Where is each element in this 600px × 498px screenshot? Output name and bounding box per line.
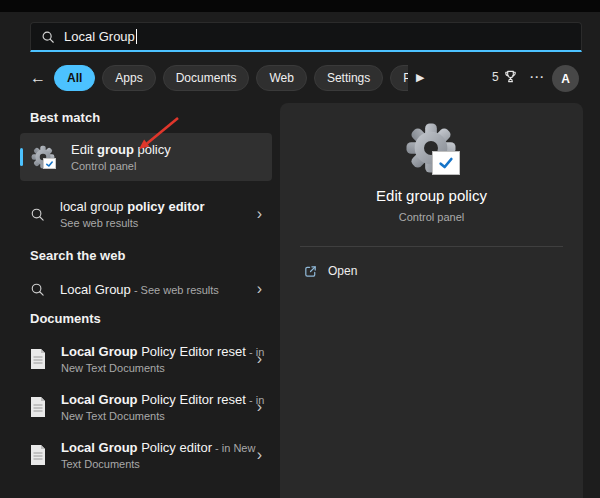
result-title: Edit group policy xyxy=(71,142,262,157)
trophy-icon xyxy=(503,69,518,84)
search-icon xyxy=(30,207,45,222)
tab-settings[interactable]: Settings xyxy=(314,65,383,91)
chevron-right-icon: › xyxy=(257,447,262,463)
result-title: Local Group Policy Editor reset - in xyxy=(61,344,251,359)
checkmark-badge-icon xyxy=(432,151,460,175)
group-policy-gear-icon xyxy=(30,144,56,170)
best-match-header: Best match xyxy=(30,110,100,125)
tab-web[interactable]: Web xyxy=(256,65,306,91)
document-texts: Local Group Policy Editor reset - in New… xyxy=(61,344,251,374)
tab-people[interactable]: People xyxy=(390,65,408,91)
chevron-right-icon: › xyxy=(257,399,262,415)
divider xyxy=(300,246,563,247)
more-options-button[interactable]: ⋯ xyxy=(529,68,545,86)
open-action[interactable]: Open xyxy=(292,255,571,287)
selection-indicator xyxy=(20,148,23,166)
chevron-right-icon: › xyxy=(257,281,262,297)
filter-pills: All Apps Documents Web Settings People F… xyxy=(54,64,408,92)
tab-all[interactable]: All xyxy=(54,65,95,91)
document-texts: Local Group Policy Editor reset - in New… xyxy=(61,392,251,422)
document-texts: Local Group Policy editor - in New Text … xyxy=(61,440,251,470)
avatar[interactable]: A xyxy=(552,65,579,92)
document-icon xyxy=(30,349,46,369)
web-search-result[interactable]: Local Group - See web results › xyxy=(20,274,272,304)
result-subtitle: See web results xyxy=(60,217,251,229)
search-box[interactable]: Local Group xyxy=(30,22,582,52)
rewards-count: 5 xyxy=(492,70,499,84)
search-window: Local Group ← All Apps Documents Web Set… xyxy=(0,12,600,498)
document-icon xyxy=(30,445,46,465)
back-button[interactable]: ← xyxy=(30,67,46,89)
group-policy-gear-icon-large xyxy=(403,120,461,178)
result-title: Local Group Policy editor - in New xyxy=(61,440,251,455)
search-icon xyxy=(41,30,55,44)
suggestion-texts: local group policy editor See web result… xyxy=(60,199,251,229)
chevron-right-icon: › xyxy=(257,206,262,222)
preview-subtitle: Control panel xyxy=(280,211,583,223)
document-icon xyxy=(30,397,46,417)
text-cursor xyxy=(136,29,137,44)
search-web-header: Search the web xyxy=(30,248,125,263)
filter-tabs-row: ← All Apps Documents Web Settings People… xyxy=(0,64,600,92)
open-label: Open xyxy=(328,264,357,278)
result-subtitle: Control panel xyxy=(71,160,262,172)
result-title: Local Group - See web results xyxy=(60,282,251,297)
rewards-badge[interactable]: 5 xyxy=(492,69,518,84)
result-location: New Text Documents xyxy=(61,410,251,422)
checkmark-badge-icon xyxy=(43,158,56,169)
tab-apps[interactable]: Apps xyxy=(102,65,155,91)
more-filters-button[interactable]: ▶ xyxy=(416,71,424,84)
preview-panel: Edit group policy Control panel Open xyxy=(280,103,583,498)
best-match-result[interactable]: Edit group policy Control panel xyxy=(20,133,272,181)
chevron-right-icon: › xyxy=(257,351,262,367)
documents-header: Documents xyxy=(30,311,101,326)
search-icon xyxy=(30,282,45,297)
result-location: Text Documents xyxy=(61,458,251,470)
search-input[interactable]: Local Group xyxy=(64,29,135,44)
open-external-icon xyxy=(303,264,318,279)
result-location: New Text Documents xyxy=(61,362,251,374)
result-title: local group policy editor xyxy=(60,199,251,214)
document-result[interactable]: Local Group Policy editor - in New Text … xyxy=(20,434,272,476)
web-search-texts: Local Group - See web results xyxy=(60,282,251,297)
preview-title: Edit group policy xyxy=(280,187,583,204)
tab-documents[interactable]: Documents xyxy=(163,65,250,91)
document-result[interactable]: Local Group Policy Editor reset - in New… xyxy=(20,338,272,380)
windows-search-flyout: Local Group ← All Apps Documents Web Set… xyxy=(0,0,600,498)
document-result[interactable]: Local Group Policy Editor reset - in New… xyxy=(20,386,272,428)
result-title: Local Group Policy Editor reset - in xyxy=(61,392,251,407)
best-match-texts: Edit group policy Control panel xyxy=(71,142,262,172)
search-suggestion-result[interactable]: local group policy editor See web result… xyxy=(20,193,272,235)
